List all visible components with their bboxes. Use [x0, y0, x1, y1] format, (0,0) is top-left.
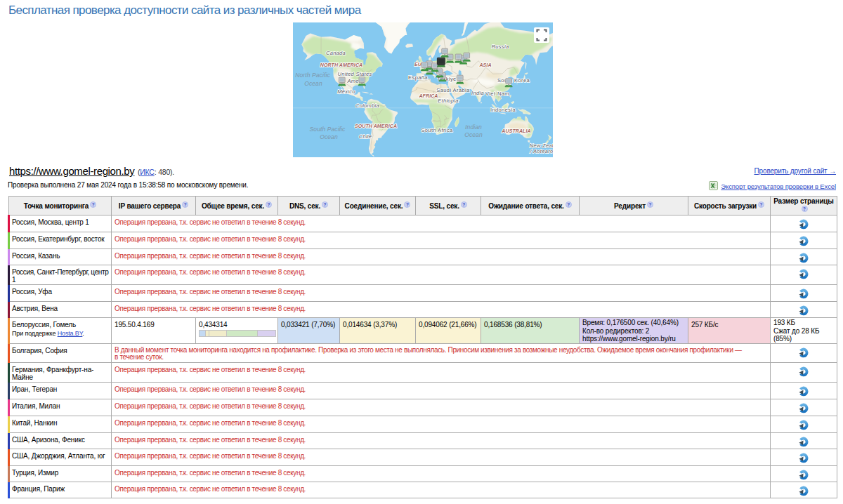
- svg-text:Canada: Canada: [326, 50, 346, 56]
- svg-text:Ocean: Ocean: [320, 133, 338, 140]
- svg-text:NORTH AMERICA: NORTH AMERICA: [320, 62, 362, 67]
- svg-text:AUSTRALIA: AUSTRALIA: [501, 128, 530, 133]
- svg-text:Ethiopia: Ethiopia: [438, 98, 459, 104]
- svg-text:North Pacific: North Pacific: [295, 72, 330, 79]
- svg-text:España: España: [408, 74, 428, 81]
- svg-text:Viet Nam: Viet Nam: [485, 91, 509, 97]
- svg-text:AFRICA: AFRICA: [418, 93, 438, 98]
- svg-text:SOUTH AMERICA: SOUTH AMERICA: [355, 124, 397, 128]
- svg-text:Chile: Chile: [359, 133, 372, 140]
- svg-text:United States: United States: [338, 71, 372, 77]
- svg-text:Colombia: Colombia: [355, 102, 379, 109]
- svg-text:South Pacific: South Pacific: [310, 126, 346, 133]
- svg-text:México: México: [337, 88, 355, 95]
- svg-text:Indian: Indian: [465, 124, 482, 131]
- svg-text:Ocean: Ocean: [304, 80, 322, 87]
- svg-text:ASIA: ASIA: [478, 62, 491, 67]
- svg-text:South Africa: South Africa: [421, 127, 453, 133]
- svg-text:India: India: [471, 90, 484, 96]
- svg-text:Russia: Russia: [492, 44, 509, 50]
- svg-text:/ Aotearo: / Aotearo: [530, 148, 553, 154]
- svg-text:Indonesia: Indonesia: [490, 107, 516, 113]
- svg-text:Ocean: Ocean: [464, 131, 483, 138]
- svg-text:South Korea: South Korea: [497, 77, 530, 84]
- svg-text:Saudi Arabia: Saudi Arabia: [436, 87, 470, 93]
